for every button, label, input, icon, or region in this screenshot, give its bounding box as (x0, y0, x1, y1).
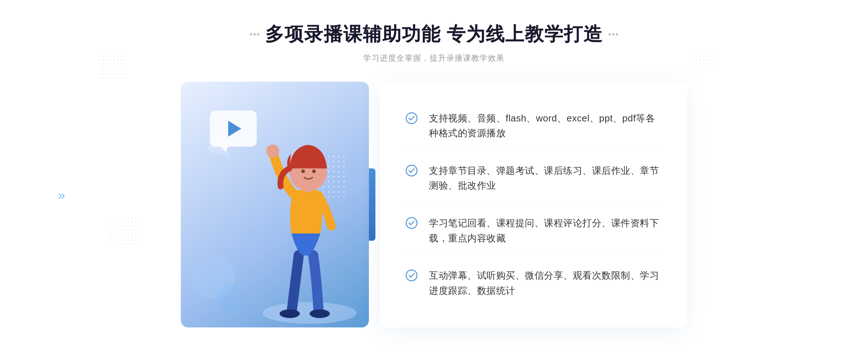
feature-text-1: 支持视频、音频、flash、word、excel、ppt、pdf等各种格式的资源… (429, 111, 662, 141)
check-icon-4 (405, 269, 418, 282)
svg-point-13 (406, 218, 417, 228)
svg-point-12 (406, 165, 417, 176)
chevron-left-icon: » (58, 188, 65, 203)
main-content: 支持视频、音频、flash、word、excel、ppt、pdf等各种格式的资源… (181, 82, 687, 327)
person-illustration (252, 118, 367, 327)
feature-item-1: 支持视频、音频、flash、word、excel、ppt、pdf等各种格式的资源… (405, 102, 662, 150)
title-decorator-right (609, 33, 618, 35)
feature-item-4: 互动弹幕、试听购买、微信分享、观看次数限制、学习进度跟踪、数据统计 (405, 259, 662, 307)
page-subtitle: 学习进度全掌握，提升录播课教学效果 (250, 53, 618, 64)
play-bubble (210, 111, 257, 147)
svg-point-1 (280, 309, 300, 318)
feature-text-2: 支持章节目录、弹题考试、课后练习、课后作业、章节测验、批改作业 (429, 163, 662, 193)
page-wrapper: » 多项录播课辅助功能 专为线上教学打造 学习进度全掌握，提升录播课教学效果 (0, 0, 868, 352)
dots-decoration-left-top (98, 51, 127, 80)
check-icon-1 (405, 112, 418, 125)
feature-item-2: 支持章节目录、弹题考试、课后练习、课后作业、章节测验、批改作业 (405, 155, 662, 202)
check-icon-2 (405, 164, 418, 177)
svg-point-0 (263, 302, 357, 324)
side-accent (369, 168, 375, 241)
page-title: 多项录播课辅助功能 专为线上教学打造 (265, 22, 603, 47)
features-panel: 支持视频、音频、flash、word、excel、ppt、pdf等各种格式的资源… (380, 82, 687, 327)
svg-point-2 (310, 309, 330, 318)
title-row: 多项录播课辅助功能 专为线上教学打造 (250, 22, 618, 47)
page-header: 多项录播课辅助功能 专为线上教学打造 学习进度全掌握，提升录播课教学效果 (250, 22, 618, 64)
svg-point-3 (266, 145, 279, 158)
svg-point-6 (301, 169, 305, 173)
svg-point-11 (406, 113, 417, 124)
dots-decoration-right-top (694, 51, 716, 72)
feature-text-4: 互动弹幕、试听购买、微信分享、观看次数限制、学习进度跟踪、数据统计 (429, 268, 662, 298)
illustration-card (181, 82, 369, 327)
check-icon-3 (405, 216, 418, 229)
dots-decoration-left-bottom (109, 217, 137, 246)
play-triangle-icon (228, 121, 241, 137)
svg-point-7 (312, 169, 316, 173)
circle-decoration-2 (217, 284, 246, 313)
title-decorator-left (250, 33, 259, 35)
svg-point-14 (406, 270, 417, 281)
feature-text-3: 学习笔记回看、课程提问、课程评论打分、课件资料下载，重点内容收藏 (429, 216, 662, 246)
feature-item-3: 学习笔记回看、课程提问、课程评论打分、课件资料下载，重点内容收藏 (405, 207, 662, 255)
svg-point-10 (207, 141, 209, 142)
